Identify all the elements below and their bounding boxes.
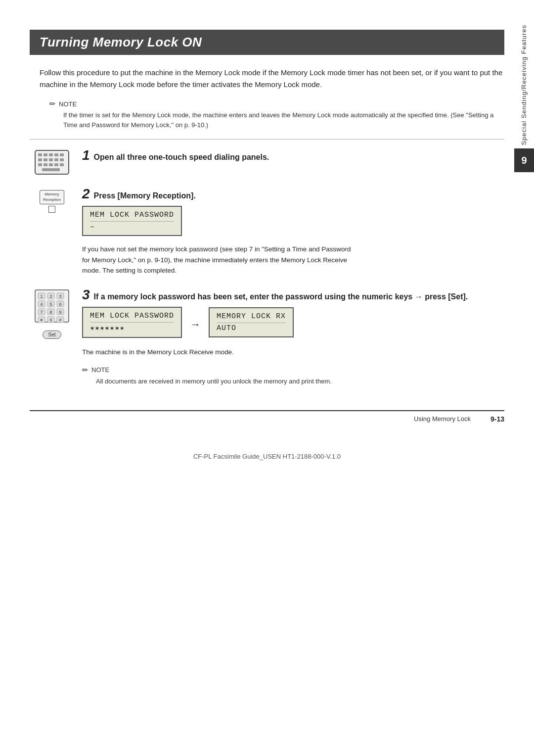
svg-text:8: 8 <box>49 310 52 315</box>
step3-arrow: → <box>190 318 201 331</box>
step3-lcd2-line1: MEMORY LOCK RX <box>217 312 286 321</box>
svg-rect-13 <box>49 163 53 166</box>
divider <box>30 139 504 140</box>
intro-text: Follow this procedure to put the machine… <box>30 67 504 91</box>
step2-lcd: MEM LOCK PASSWORD – <box>82 206 182 236</box>
page-container: Turning Memory Lock ON Follow this proce… <box>0 0 534 756</box>
step3-icon-col: 1 2 3 4 5 6 7 <box>30 288 74 339</box>
svg-text:0: 0 <box>49 318 52 323</box>
step3-machine-status: The machine is in the Memory Lock Receiv… <box>82 347 359 358</box>
svg-rect-16 <box>42 168 60 171</box>
svg-rect-5 <box>60 153 64 156</box>
step2-title-row: 2 Press [Memory Reception]. <box>82 187 504 201</box>
step3-lcd1-line2: ✶✶✶✶✶✶✶ <box>90 322 174 333</box>
doc-footer: CF-PL Facsimile Guide_USEN HT1-2188-000-… <box>0 453 534 460</box>
step1-title: Open all three one-touch speed dialing p… <box>94 153 269 162</box>
step2-icon-col: Memory Reception <box>30 187 74 213</box>
svg-text:4: 4 <box>40 302 43 307</box>
note2-title: NOTE <box>91 366 109 374</box>
main-content: Follow this procedure to put the machine… <box>30 55 504 395</box>
svg-text:7: 7 <box>40 310 43 315</box>
svg-text:5: 5 <box>49 302 52 307</box>
svg-rect-3 <box>49 153 53 156</box>
step1-row: 1 Open all three one-touch speed dialing… <box>30 148 504 175</box>
step1-title-row: 1 Open all three one-touch speed dialing… <box>82 148 504 162</box>
step3-lcd2: MEMORY LOCK RX AUTO <box>209 307 294 341</box>
svg-rect-6 <box>38 158 42 161</box>
keyboard-icon <box>34 149 70 175</box>
numpad-icon: 1 2 3 4 5 6 7 <box>34 289 70 329</box>
step3-lcd2-line2: AUTO <box>217 323 286 332</box>
svg-rect-12 <box>44 163 47 166</box>
step3-display-row: MEM LOCK PASSWORD ✶✶✶✶✶✶✶ → MEMORY LOCK … <box>82 307 504 342</box>
step1-content: 1 Open all three one-touch speed dialing… <box>74 148 504 167</box>
note2-section: NOTE All documents are received in memor… <box>82 366 504 386</box>
svg-rect-4 <box>54 153 58 156</box>
page-number-box: 9 <box>514 148 534 172</box>
footer-page-ref: 9-13 <box>490 415 504 423</box>
note1-label: NOTE <box>49 99 504 108</box>
step3-title: If a memory lock password has been set, … <box>94 292 468 301</box>
step3-title-row: 3 If a memory lock password has been set… <box>82 288 504 302</box>
svg-text:✶: ✶ <box>40 318 44 323</box>
page-title: Turning Memory Lock ON <box>40 35 202 50</box>
svg-rect-7 <box>44 158 47 161</box>
note2-text: All documents are received in memory unt… <box>96 377 504 386</box>
svg-text:6: 6 <box>59 302 61 307</box>
step2-title: Press [Memory Reception]. <box>94 191 196 200</box>
svg-rect-8 <box>49 158 53 161</box>
svg-rect-10 <box>60 158 64 161</box>
note1-text: If the timer is set for the Memory Lock … <box>63 110 504 130</box>
svg-rect-11 <box>38 163 42 166</box>
svg-text:3: 3 <box>59 294 61 299</box>
reception-checkbox <box>48 206 55 213</box>
svg-text:1: 1 <box>40 294 43 299</box>
set-label: Set <box>48 332 55 337</box>
section-header: Turning Memory Lock ON <box>30 30 504 55</box>
pencil-icon <box>49 99 56 108</box>
set-button-icon: Set <box>43 331 61 339</box>
footer-reference: Using Memory Lock <box>414 415 471 423</box>
svg-text:9: 9 <box>59 310 61 315</box>
doc-footer-text: CF-PL Facsimile Guide_USEN HT1-2188-000-… <box>193 453 341 460</box>
pencil-icon2 <box>82 366 89 375</box>
svg-rect-2 <box>44 153 47 156</box>
note1-title: NOTE <box>59 100 77 108</box>
svg-rect-9 <box>54 158 58 161</box>
step1-icon-col <box>30 148 74 175</box>
step3-content: 3 If a memory lock password has been set… <box>74 288 504 395</box>
side-label: Special Sending/Receiving Features <box>520 25 534 145</box>
svg-text:#: # <box>59 318 61 323</box>
step3-number: 3 <box>82 288 90 302</box>
step2-content: 2 Press [Memory Reception]. MEM LOCK PAS… <box>74 187 504 276</box>
memory-reception-label: Memory <box>43 192 61 197</box>
svg-rect-1 <box>38 153 42 156</box>
step2-row: Memory Reception 2 Press [Memory Recepti… <box>30 187 504 276</box>
svg-rect-14 <box>54 163 58 166</box>
steps-area: 1 Open all three one-touch speed dialing… <box>30 148 504 395</box>
step1-number: 1 <box>82 148 90 162</box>
svg-text:2: 2 <box>49 294 52 299</box>
step3-lcd1-line1: MEM LOCK PASSWORD <box>90 312 174 320</box>
step2-lcd-line2: – <box>90 221 174 231</box>
step2-lcd-line1: MEM LOCK PASSWORD <box>90 211 174 219</box>
step3-row: 1 2 3 4 5 6 7 <box>30 288 504 395</box>
step2-number: 2 <box>82 187 90 201</box>
note2-label: NOTE <box>82 366 504 375</box>
memory-reception-label2: Reception <box>43 197 61 202</box>
svg-rect-15 <box>60 163 64 166</box>
step2-desc: If you have not set the memory lock pass… <box>82 244 359 276</box>
footer-line: Using Memory Lock 9-13 <box>30 410 504 423</box>
note1-section: NOTE If the timer is set for the Memory … <box>49 99 504 130</box>
step3-lcd1: MEM LOCK PASSWORD ✶✶✶✶✶✶✶ <box>82 307 182 342</box>
